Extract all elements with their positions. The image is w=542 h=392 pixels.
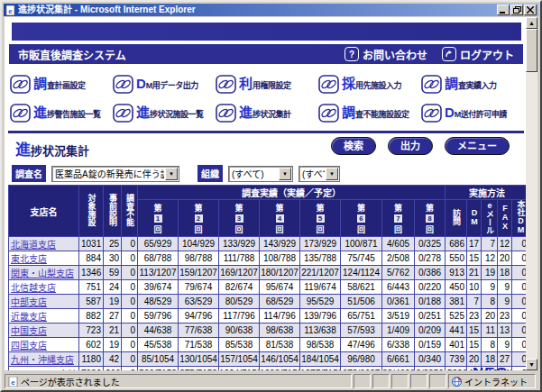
- menu-item[interactable]: 調査不能施設設定: [318, 104, 421, 123]
- scrollbar-thumb[interactable]: [526, 29, 537, 72]
- menu-item[interactable]: 利用権限設定: [216, 75, 318, 94]
- menu-item[interactable]: 調査計画設定: [10, 75, 113, 94]
- page-title: 進捗状況集計: [15, 137, 89, 160]
- scroll-up-icon[interactable]: ▲: [526, 17, 537, 29]
- table-cell: 0/361: [382, 295, 415, 309]
- svg-text:e: e: [11, 378, 15, 386]
- table-cell: 1031: [79, 237, 104, 251]
- search-button[interactable]: 検索: [331, 137, 376, 155]
- menu-item[interactable]: 採用先施設入力: [318, 75, 421, 94]
- branch-link[interactable]: 北信越支店: [11, 283, 56, 293]
- table-cell: 27: [104, 309, 122, 324]
- table-cell: 19: [104, 338, 122, 352]
- table-cell: 18: [498, 266, 512, 280]
- chevron-down-icon[interactable]: ▼: [165, 168, 178, 180]
- menu-item-label: M送付許可申請: [455, 110, 507, 119]
- output-button[interactable]: 出力: [388, 137, 433, 155]
- branch-link[interactable]: 四国支店: [11, 341, 47, 351]
- menu-item[interactable]: 進捗状況集計: [216, 104, 318, 123]
- vertical-scrollbar[interactable]: ▲ ▼: [526, 17, 537, 370]
- table-cell: 51/506: [341, 295, 382, 309]
- table-cell: 2/508: [382, 251, 415, 266]
- branch-name-cell: 四国支店: [9, 338, 79, 352]
- menu-item[interactable]: 調査実績入力: [421, 75, 524, 94]
- table-cell: 108/788: [260, 251, 300, 266]
- menu-item-big-char: 採: [342, 76, 355, 91]
- survey-name-select[interactable]: 医薬品A錠の新発売に伴う調査 ▼: [51, 166, 179, 182]
- window-title: 進捗状況集計 - Microsoft Internet Explorer: [18, 5, 496, 15]
- table-cell: 0/386: [415, 266, 446, 280]
- menu-item[interactable]: DM送付許可申請: [421, 104, 524, 123]
- table-cell: 133/929: [219, 237, 260, 251]
- table-cell: 0: [122, 338, 138, 352]
- menu-button[interactable]: メニュー: [445, 137, 510, 155]
- pills-icon: [10, 104, 31, 123]
- organization-select-1[interactable]: (すべて) ▼: [228, 166, 293, 182]
- chevron-down-icon[interactable]: ▼: [326, 168, 338, 180]
- table-cell: 68/788: [138, 251, 179, 266]
- organization-value-1: (すべて): [229, 167, 278, 180]
- table-cell: 1180: [79, 352, 104, 367]
- branch-link[interactable]: 近畿支店: [11, 312, 47, 322]
- branch-name-cell: 北信越支店: [9, 280, 79, 295]
- close-icon[interactable]: [524, 5, 537, 15]
- table-row: 中国支店72321044/63877/63890/63898/638113/63…: [9, 324, 529, 338]
- table-cell: 0/251: [415, 309, 446, 324]
- group-header-results: 調査実績（実績／予定）: [138, 186, 446, 200]
- survey-name-label: 調査名: [12, 165, 46, 182]
- table-cell: 0/220: [415, 280, 446, 295]
- intranet-globe-icon: [452, 377, 462, 387]
- table-cell: 42: [104, 352, 122, 367]
- table-cell: 12: [482, 251, 498, 266]
- menu-item[interactable]: 進捗警告施設一覧: [10, 104, 113, 123]
- contact-link[interactable]: ? お問い合わせ: [344, 47, 427, 62]
- restore-button[interactable]: [510, 5, 523, 15]
- table-cell: 94/796: [179, 309, 219, 324]
- menu-item[interactable]: DM用データ出力: [113, 75, 216, 94]
- branch-link[interactable]: 東北支店: [11, 254, 47, 264]
- col-header-round-3: 第3回: [219, 200, 260, 237]
- table-cell: 1277/7153: [300, 367, 341, 371]
- menu-item-label: 査不能施設設定: [355, 110, 409, 119]
- menu-item[interactable]: 進捗状況施設一覧: [113, 104, 216, 123]
- pills-icon: [10, 75, 31, 94]
- table-cell: 77/638: [179, 324, 219, 338]
- col-header-round-8: 第8回: [415, 200, 446, 237]
- table-cell: 80/529: [219, 295, 260, 309]
- table-cell: 4/605: [382, 237, 415, 251]
- branch-link[interactable]: 北海道支店: [11, 240, 56, 250]
- col-header-round-6: 第6回: [341, 200, 382, 237]
- table-cell: 0: [122, 367, 138, 371]
- table-cell: 81/538: [260, 338, 300, 352]
- table-cell: 57/593: [341, 324, 382, 338]
- table-row: 北海道支店103125065/929104/929133/929143/9291…: [9, 237, 529, 251]
- table-cell: 21: [104, 324, 122, 338]
- col-header-method: 訪問: [446, 200, 467, 237]
- branch-link[interactable]: 関東・山梨支店: [11, 269, 74, 278]
- total-row-label: 合計: [9, 367, 79, 371]
- table-cell: 10: [467, 280, 482, 295]
- col-header-round-5: 第5回: [300, 200, 341, 237]
- title-bar[interactable]: e 進捗状況集計 - Microsoft Internet Explorer: [4, 4, 538, 16]
- table-cell: 184/1054: [300, 352, 341, 367]
- minimize-button[interactable]: [497, 5, 510, 15]
- status-pane: e ページが表示されました: [5, 374, 352, 388]
- branch-link[interactable]: 九州・沖縄支店: [11, 355, 74, 365]
- table-row: 中部支店58719048/52963/52980/52968/52995/529…: [9, 295, 529, 309]
- logout-link[interactable]: ログアウト: [442, 47, 514, 62]
- branch-link[interactable]: 中国支店: [11, 326, 47, 336]
- chevron-down-icon[interactable]: ▼: [279, 168, 291, 180]
- progress-summary-table: 支店名 対象施設 事前説明 調査不能 調査実績（実績／予定） 実施方法 第1回第…: [8, 185, 529, 370]
- ie-page-icon: e: [5, 5, 15, 15]
- branch-link[interactable]: 中部支店: [11, 297, 47, 307]
- table-cell: 24: [104, 280, 122, 295]
- menu-item-big-char: 調: [342, 105, 355, 120]
- table-cell: 0/209: [415, 324, 446, 338]
- scroll-down-icon[interactable]: ▼: [526, 359, 537, 370]
- col-header-method: FAX: [498, 200, 512, 237]
- table-cell: 146/1054: [260, 352, 300, 367]
- organization-select-2[interactable]: (すべて) ▼: [299, 166, 340, 182]
- col-header-briefing: 事前説明: [104, 186, 122, 237]
- table-cell: 723: [79, 324, 104, 338]
- table-cell: 0: [122, 324, 138, 338]
